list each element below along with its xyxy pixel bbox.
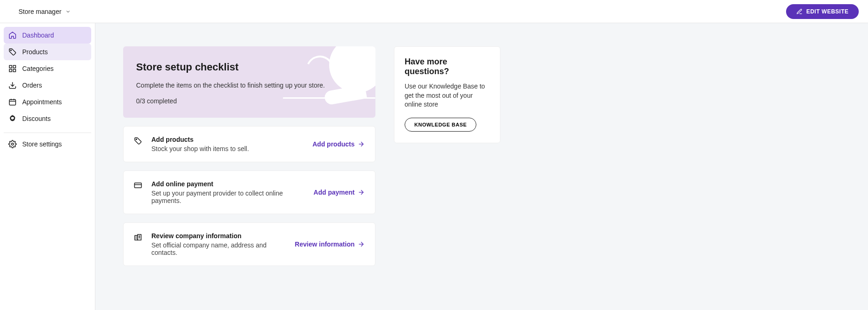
sidebar-item-dashboard[interactable]: Dashboard [4,27,91,44]
sidebar-item-appointments[interactable]: Appointments [4,94,91,110]
sidebar-item-categories[interactable]: Categories [4,60,91,77]
badge-icon [8,114,17,123]
edit-website-label: EDIT WEBSITE [806,8,849,15]
sidebar-item-label: Categories [22,65,54,72]
checklist-action-add-products[interactable]: Add products [312,140,365,148]
svg-rect-3 [9,70,12,72]
svg-point-0 [11,50,12,51]
svg-point-11 [12,143,14,146]
sidebar: Dashboard Products Categories Orders [0,23,95,310]
pencil-icon [796,8,803,15]
hero-subtitle: Complete the items on the checklist to f… [136,82,362,89]
sidebar-item-label: Orders [22,82,42,89]
setup-checklist-hero: Store setup checklist Complete the items… [123,46,375,118]
arrow-right-icon [357,140,365,148]
svg-rect-6 [9,100,16,105]
checklist-title: Review company information [151,232,287,240]
sidebar-item-orders[interactable]: Orders [4,77,91,94]
checklist-action-label: Add payment [313,189,355,196]
checklist-card-add-payment: Add online payment Set up your payment p… [123,171,375,214]
svg-rect-4 [13,70,16,72]
arrow-right-icon [357,189,365,196]
download-icon [8,81,17,89]
grid-icon [8,64,17,73]
checklist-action-label: Review information [295,240,355,248]
tag-icon [8,48,17,56]
knowledge-base-card: Have more questions? Use our Knowledge B… [394,46,500,143]
sidebar-item-label: Appointments [22,98,62,106]
home-icon [8,31,17,39]
card-icon [134,181,143,190]
arrow-right-icon [357,240,365,248]
building-icon [134,233,143,241]
sidebar-item-label: Store settings [22,140,62,148]
svg-point-12 [136,139,137,140]
svg-rect-2 [13,65,16,68]
hero-title: Store setup checklist [136,61,362,73]
sidebar-divider [4,133,91,133]
sidebar-item-label: Dashboard [22,32,54,39]
checklist-title: Add products [151,136,304,143]
hero-progress: 0/3 completed [136,97,362,105]
store-switcher-label: Store manager [19,8,62,15]
sidebar-item-products[interactable]: Products [4,44,91,60]
checklist-action-add-payment[interactable]: Add payment [313,189,365,196]
checklist-desc: Stock your shop with items to sell. [151,145,304,152]
sidebar-item-label: Discounts [22,115,50,122]
svg-rect-1 [9,65,12,68]
checklist-card-add-products: Add products Stock your shop with items … [123,126,375,162]
knowledge-base-button[interactable]: KNOWLEDGE BASE [405,118,476,132]
gear-icon [8,140,17,148]
checklist-action-label: Add products [312,140,355,148]
checklist-desc: Set up your payment provider to collect … [151,190,305,204]
checklist-card-review-company: Review company information Set official … [123,222,375,266]
checklist-title: Add online payment [151,180,305,188]
topbar: Store manager EDIT WEBSITE [0,0,868,23]
sidebar-item-discounts[interactable]: Discounts [4,110,91,127]
edit-website-button[interactable]: EDIT WEBSITE [786,4,859,19]
checklist-action-review-information[interactable]: Review information [295,240,365,248]
calendar-icon [8,98,17,106]
kb-title: Have more questions? [405,57,490,76]
tag-icon [134,137,143,145]
kb-desc: Use our Knowledge Base to get the most o… [405,82,490,109]
sidebar-item-store-settings[interactable]: Store settings [4,136,91,152]
sidebar-item-label: Products [22,48,48,56]
chevron-down-icon [65,9,71,14]
store-switcher[interactable]: Store manager [19,8,71,15]
main-content: Store setup checklist Complete the items… [95,23,868,310]
svg-rect-14 [135,183,142,188]
checklist-desc: Set official company name, address and c… [151,241,287,256]
